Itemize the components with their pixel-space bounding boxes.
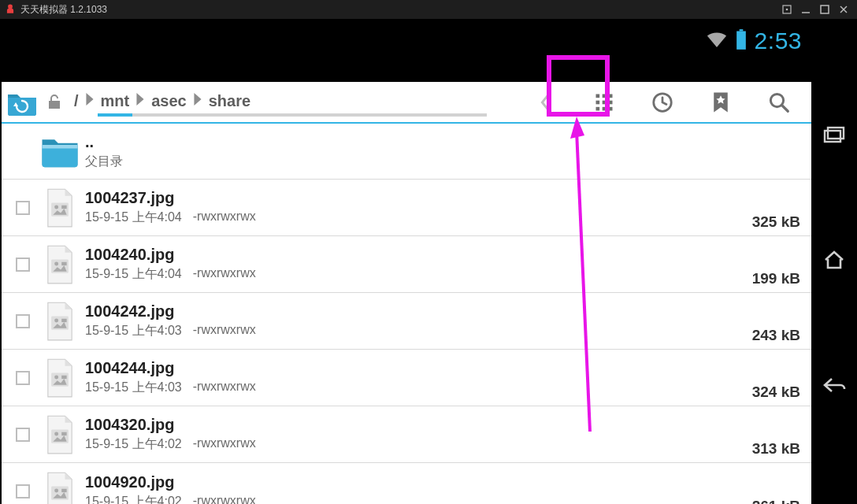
android-screen: 2:53 /: [0, 19, 811, 504]
file-date: 15-9-15 上午4:04: [85, 209, 182, 226]
svg-point-23: [54, 205, 58, 209]
chevron-right-icon: [191, 93, 204, 109]
file-perm: -rwxrwxrwx: [193, 436, 256, 453]
file-size: 243 kB: [752, 327, 800, 349]
svg-rect-18: [609, 106, 613, 110]
search-button[interactable]: [751, 83, 807, 122]
image-file-icon: [36, 414, 83, 455]
breadcrumb-seg3[interactable]: share: [204, 89, 255, 113]
breadcrumb: / mnt asec share: [69, 89, 255, 116]
file-row[interactable]: 1004244.jpg 15-9-15 上午4:03 -rwxrwxrwx 32…: [2, 350, 811, 406]
file-date: 15-9-15 上午4:03: [85, 323, 182, 339]
file-row[interactable]: 1004920.jpg 15-9-15 上午4:02 -rwxrwxrwx 26…: [2, 463, 811, 504]
svg-point-0: [9, 5, 9, 6]
file-perm: -rwxrwxrwx: [193, 209, 256, 226]
svg-rect-30: [61, 318, 67, 321]
file-row[interactable]: 1004320.jpg 15-9-15 上午4:02 -rwxrwxrwx 31…: [2, 406, 811, 463]
home-button[interactable]: [822, 250, 846, 273]
file-date: 15-9-15 上午4:02: [85, 436, 182, 453]
history-button[interactable]: [635, 83, 690, 122]
row-checkbox[interactable]: [9, 201, 36, 215]
file-perm: -rwxrwxrwx: [193, 494, 256, 505]
file-explorer-app: / mnt asec share: [2, 82, 811, 504]
back-nav-button[interactable]: [822, 376, 847, 398]
svg-rect-36: [61, 432, 67, 435]
svg-rect-33: [61, 375, 67, 378]
file-row[interactable]: 1004240.jpg 15-9-15 上午4:04 -rwxrwxrwx 19…: [2, 236, 811, 293]
breadcrumb-seg2[interactable]: asec: [147, 89, 191, 113]
svg-rect-9: [736, 32, 746, 50]
file-date: 15-9-15 上午4:03: [85, 380, 182, 396]
file-name: 1004242.jpg: [85, 302, 752, 321]
file-size: 325 kB: [752, 213, 800, 235]
path-underline: [98, 113, 487, 117]
file-name: 1004320.jpg: [85, 416, 752, 434]
file-name: 1004240.jpg: [85, 246, 752, 264]
app-icon[interactable]: [5, 85, 39, 120]
parent-dir-row[interactable]: .. 父目录: [2, 124, 811, 180]
svg-rect-24: [61, 205, 67, 208]
unlock-icon[interactable]: [43, 93, 66, 112]
svg-rect-15: [609, 100, 613, 104]
svg-point-26: [54, 261, 58, 265]
window-maximize-button[interactable]: [816, 1, 833, 18]
file-list[interactable]: .. 父目录 1004237.jpg 15-9-15 上午4:04 -rwxrw…: [2, 124, 811, 504]
parent-dir-desc: 父目录: [85, 154, 123, 170]
file-name: 1004920.jpg: [85, 473, 752, 491]
svg-rect-16: [596, 106, 600, 110]
row-checkbox[interactable]: [9, 258, 36, 272]
window-restore-button[interactable]: [778, 1, 796, 18]
android-system-nav: [811, 19, 857, 504]
bookmark-button[interactable]: [693, 83, 748, 122]
window-close-button[interactable]: [835, 1, 852, 18]
file-name: 1004244.jpg: [85, 359, 752, 377]
file-date: 15-9-15 上午4:02: [85, 494, 182, 505]
svg-rect-13: [596, 100, 600, 104]
svg-rect-12: [609, 94, 613, 98]
chevron-right-icon: [83, 93, 96, 109]
svg-point-29: [54, 318, 58, 322]
svg-point-3: [786, 9, 788, 11]
row-checkbox[interactable]: [9, 428, 36, 442]
file-size: 324 kB: [752, 384, 800, 406]
folder-icon: [36, 134, 83, 170]
row-checkbox[interactable]: [9, 371, 36, 385]
file-date: 15-9-15 上午4:04: [85, 266, 182, 283]
breadcrumb-seg1[interactable]: mnt: [96, 89, 135, 113]
file-perm: -rwxrwxrwx: [193, 323, 256, 339]
parent-dir-name: ..: [85, 133, 800, 151]
recent-apps-button[interactable]: [823, 125, 845, 147]
file-row[interactable]: 1004237.jpg 15-9-15 上午4:04 -rwxrwxrwx 32…: [2, 180, 811, 236]
grid-view-button[interactable]: [577, 83, 632, 122]
image-file-icon: [36, 244, 83, 285]
svg-rect-39: [61, 489, 67, 492]
row-checkbox[interactable]: [9, 314, 36, 328]
window-minimize-button[interactable]: [797, 1, 814, 18]
breadcrumb-root[interactable]: /: [69, 89, 83, 113]
svg-rect-10: [596, 94, 600, 98]
back-button[interactable]: [518, 83, 573, 122]
emulator-logo-icon: [5, 4, 16, 15]
app-toolbar: / mnt asec share: [2, 82, 811, 124]
file-perm: -rwxrwxrwx: [193, 266, 256, 283]
svg-line-21: [782, 105, 788, 111]
svg-point-38: [54, 488, 58, 492]
status-clock: 2:53: [755, 28, 802, 54]
svg-point-1: [11, 5, 12, 6]
wifi-icon: [706, 31, 728, 51]
svg-rect-5: [821, 6, 829, 13]
file-size: 199 kB: [752, 270, 800, 292]
chevron-right-icon: [134, 93, 147, 109]
svg-rect-27: [61, 261, 67, 265]
file-size: 261 kB: [752, 498, 800, 504]
emulator-title: 天天模拟器 1.2.1033: [20, 3, 107, 17]
file-size: 313 kB: [752, 440, 800, 462]
svg-rect-8: [739, 29, 743, 31]
image-file-icon: [36, 471, 83, 504]
image-file-icon: [36, 301, 83, 342]
battery-icon: [736, 29, 747, 53]
svg-rect-14: [603, 100, 607, 104]
file-row[interactable]: 1004242.jpg 15-9-15 上午4:03 -rwxrwxrwx 24…: [2, 293, 811, 350]
row-checkbox[interactable]: [9, 484, 36, 498]
file-name: 1004237.jpg: [85, 189, 752, 207]
